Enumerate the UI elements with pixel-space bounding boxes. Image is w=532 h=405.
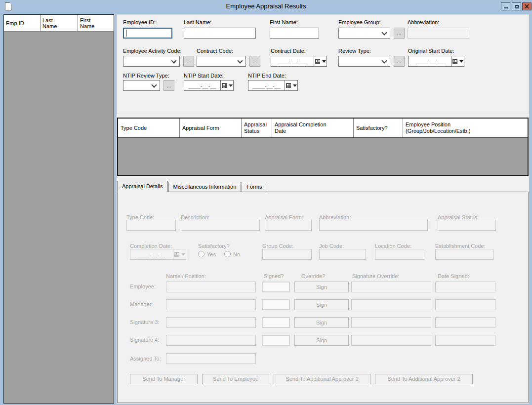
dropdown-arrow-icon (322, 60, 326, 63)
completion-date-input (130, 249, 173, 260)
column-header-appraisal-form: Appraisal Form (180, 119, 242, 137)
name-position-header: Name / Position: (166, 273, 206, 279)
satisfactory-yes-radio (198, 251, 205, 257)
text-caret (126, 30, 126, 37)
contract-code-browse-button[interactable]: ... (249, 56, 260, 67)
signature-row-label: Signature 4: (130, 337, 159, 343)
dropdown-arrow-icon (459, 60, 463, 63)
ntip-end-date-picker-button[interactable] (285, 80, 298, 91)
calendar-icon (286, 83, 291, 88)
employee-group-label: Employee Group: (338, 19, 381, 25)
establishment-code-input (435, 249, 493, 260)
contract-date-input[interactable] (271, 56, 314, 67)
employee-list-body (4, 32, 114, 403)
review-type-combobox[interactable] (338, 56, 390, 67)
review-type-label: Review Type: (338, 48, 371, 54)
employee-id-input[interactable] (123, 28, 172, 39)
signed-header: Signed? (264, 273, 284, 279)
abbreviation-input (319, 220, 428, 231)
assigned-to-label: Assigned To: (130, 356, 161, 362)
tab-forms[interactable]: Forms (242, 182, 267, 192)
employee-activity-code-combobox[interactable] (123, 56, 180, 67)
send-to-additional-approver1-button: Send To Additional Approver 1 (274, 374, 370, 384)
original-start-date-picker-button[interactable] (451, 56, 464, 67)
appraisal-status-input (438, 220, 496, 231)
minimize-button[interactable] (501, 2, 510, 10)
contract-code-combobox[interactable] (197, 56, 246, 67)
send-to-employee-button: Send To Employee (202, 374, 269, 384)
employee-list-header: Emp ID Last Name First Name (4, 15, 114, 32)
calendar-icon (315, 59, 320, 64)
location-code-label: Location Code: (375, 243, 411, 249)
establishment-code-label: Establishment Code: (435, 243, 486, 249)
signature3-date-signed-input (435, 317, 495, 328)
signature4-name-position-input (166, 335, 256, 346)
signature-row-label: Employee: (130, 284, 156, 289)
contract-date-picker-button[interactable] (314, 56, 327, 67)
signature-override-header: Signature Override: (352, 273, 399, 279)
signature-row-label: Signature 3: (130, 319, 159, 325)
type-code-input (126, 220, 176, 231)
signature4-signed-box (262, 335, 290, 346)
signature4-sign-button: Sign (294, 335, 349, 346)
last-name-input[interactable] (184, 28, 256, 39)
signature3-name-position-input (166, 317, 256, 328)
send-to-manager-button: Send To Manager (130, 374, 198, 384)
column-header-employee-position: Employee Position (Group/Job/Location/Es… (403, 119, 528, 137)
employee-group-combobox[interactable] (338, 28, 390, 39)
first-name-input[interactable] (270, 28, 319, 39)
chevron-down-icon (381, 58, 387, 63)
description-input (181, 220, 260, 231)
column-header-satisfactory: Satisfactory? (354, 119, 403, 137)
maximize-button[interactable] (512, 2, 521, 10)
date-signed-header: Date Signed: (438, 273, 469, 279)
column-header-last-name: Last Name (41, 15, 78, 32)
ntip-start-date-label: NTIP Start Date: (184, 73, 224, 79)
tab-appraisal-details[interactable]: Appraisal Details (117, 181, 168, 192)
signature3-signature-override-input (351, 317, 431, 328)
appraisal-details-panel: Type Code: Description: Appraisal Form: … (117, 192, 529, 403)
tab-bar: Appraisal Details Miscellaneous Informat… (117, 180, 268, 192)
employee-signature-override-input (351, 282, 431, 292)
review-type-browse-button[interactable]: ... (394, 56, 405, 67)
employee-list-panel: Emp ID Last Name First Name (3, 14, 114, 404)
contract-date-label: Contract Date: (271, 48, 306, 54)
signature4-signature-override-input (351, 335, 431, 346)
employee-activity-code-browse-button[interactable]: ... (183, 56, 194, 67)
satisfactory-no-label: No (233, 251, 240, 257)
original-start-date-input[interactable] (408, 56, 451, 67)
signature4-date-signed-input (435, 335, 495, 346)
ntip-start-date-input[interactable] (184, 80, 221, 91)
column-header-emp-id: Emp ID (4, 15, 41, 32)
satisfactory-label: Satisfactory? (198, 243, 230, 249)
tab-miscellaneous-information[interactable]: Miscellaneous Information (168, 182, 242, 192)
close-icon (524, 4, 530, 9)
original-start-date-label: Original Start Date: (408, 48, 454, 54)
send-to-additional-approver2-button: Send To Additional Approver 2 (375, 374, 473, 384)
employee-date-signed-input (435, 282, 495, 292)
manager-signed-box (262, 299, 290, 310)
assigned-to-input (166, 353, 256, 364)
employee-group-browse-button[interactable]: ... (394, 28, 405, 39)
job-code-label: Job Code: (319, 243, 344, 249)
ntip-review-type-browse-button[interactable]: ... (164, 80, 174, 91)
main-area: Employee ID: Last Name: First Name: Empl… (117, 14, 529, 404)
ntip-end-date-input[interactable] (248, 80, 285, 91)
employee-id-label: Employee ID: (123, 19, 156, 25)
employee-signed-box (262, 282, 290, 292)
window-title: Employee Appraisal Results (0, 2, 532, 10)
override-header: Override? (301, 273, 325, 279)
employee-sign-button: Sign (294, 282, 349, 292)
signature3-sign-button: Sign (294, 317, 349, 328)
group-code-label: Group Code: (262, 243, 293, 249)
column-header-completion-date: Appraisal Completion Date (272, 119, 354, 137)
dropdown-arrow-icon (181, 253, 185, 256)
calendar-icon (174, 252, 179, 257)
manager-date-signed-input (435, 299, 495, 310)
satisfactory-no-radio (224, 251, 231, 257)
ntip-review-type-combobox[interactable] (123, 80, 160, 91)
ntip-start-date-picker-button[interactable] (221, 80, 234, 91)
appraisal-results-table: Type Code Appraisal Form Appraisal Statu… (117, 118, 529, 176)
maximize-icon (515, 5, 519, 8)
close-button[interactable] (522, 2, 532, 10)
